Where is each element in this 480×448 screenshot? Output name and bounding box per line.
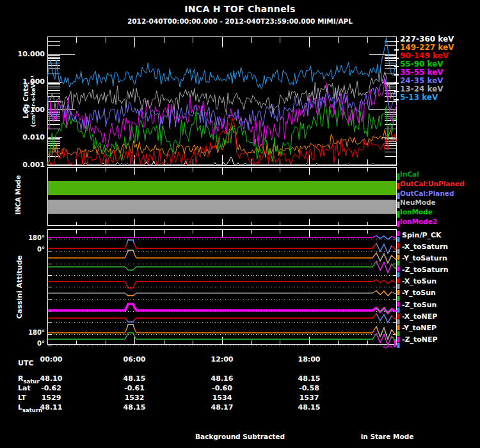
page-subtitle: 2012-040T00:00:00.000 - 2012-040T23:59:0… xyxy=(0,17,480,25)
legend-neumode: NeuMode xyxy=(400,198,436,206)
table-cell: -0.58 xyxy=(290,384,328,392)
legend-24-35kev: 24-35 keV xyxy=(400,76,444,85)
legend-ionmode: IonMode xyxy=(400,208,433,216)
label-x-tosun: -X_toSun xyxy=(402,277,436,285)
table-cell: -0.60 xyxy=(203,384,241,392)
legend-149-227kev: 149-227 keV xyxy=(400,43,454,52)
label-y-tonep: -Y_toNEP xyxy=(402,324,436,332)
legend-35-55kev: 35-55 keV xyxy=(400,68,444,77)
x-tick-1800: 18:00 xyxy=(290,355,328,364)
legend-55-90kev: 55-90 keV xyxy=(400,60,444,68)
deg-180-bot: 180° xyxy=(1,329,45,336)
label-y-tosun: -Y_toSun xyxy=(402,289,436,297)
x-tick-1200: 12:00 xyxy=(203,355,241,364)
table-row-label-utc: UTC xyxy=(18,359,34,367)
table-cell: 1534 xyxy=(203,394,241,402)
x-tick-0600: 06:00 xyxy=(115,355,154,364)
table-cell: 48.11 xyxy=(32,403,70,412)
label-z-tosaturn: -Z_toSaturn xyxy=(402,266,449,274)
label-x-tonep: -X_toNEP xyxy=(402,312,437,321)
label-z-tonep: -Z_toNEP xyxy=(402,335,438,344)
footer-stare-mode: in Stare Mode xyxy=(346,433,429,440)
legend-5-13kev: 5-13 keV xyxy=(400,93,438,102)
deg-0-top: 0° xyxy=(1,246,45,253)
deg-180-top: 180° xyxy=(1,234,45,241)
table-cell: 48.15 xyxy=(290,374,328,383)
label-y-tosaturn: -Y_toSaturn xyxy=(402,254,447,262)
label-spin-pck: Spin/P_CK xyxy=(402,231,442,239)
table-cell: 1532 xyxy=(115,394,154,402)
table-cell: 48.15 xyxy=(290,403,328,412)
legend-13-24kev: 13-24 keV xyxy=(400,84,444,93)
legend-outcal-planed: OutCal:Planed xyxy=(400,189,454,197)
y-axis-title: Log Cnts (cm²-sr-s-keV)⁻¹ xyxy=(22,37,42,165)
x-tick-0000: 00:00 xyxy=(32,355,70,364)
legend-ionmode2: IonMode2 xyxy=(400,218,437,225)
table-cell: 48.15 xyxy=(115,374,154,383)
y-axis-title-line2: (cm²-sr-s-keV)⁻¹ xyxy=(30,37,36,165)
table-cell: -0.62 xyxy=(32,384,70,392)
label-z-tosun: -Z_toSun xyxy=(402,301,436,309)
table-row-label-lat: Lat xyxy=(18,384,31,392)
mode-axis-label: INCA Mode xyxy=(15,157,22,234)
table-cell: -0.61 xyxy=(115,384,154,392)
table-cell: 48.10 xyxy=(32,374,70,383)
page-title: INCA H TOF Channels xyxy=(0,4,480,14)
label-x-tosaturn: -X_toSaturn xyxy=(402,243,448,251)
table-cell: 1529 xyxy=(32,394,70,402)
deg-0-bot: 0° xyxy=(1,340,45,347)
table-cell: 48.15 xyxy=(115,403,154,412)
footer-background-subtracted: Background Subtracted xyxy=(166,433,314,440)
table-cell: 48.16 xyxy=(203,374,241,383)
table-row-label-lt: LT xyxy=(18,394,26,402)
table-cell: 48.17 xyxy=(203,403,241,412)
legend-227-360kev: 227-360 keV xyxy=(400,35,454,44)
legend-90-149kev: 90-149 keV xyxy=(400,51,449,60)
table-cell: 1537 xyxy=(290,394,328,402)
y-axis-title-line1: Log Cnts xyxy=(22,37,30,165)
legend-outcal-unplaned: OutCal:UnPlaned xyxy=(400,180,465,188)
legend-incal: InCal xyxy=(400,170,419,178)
